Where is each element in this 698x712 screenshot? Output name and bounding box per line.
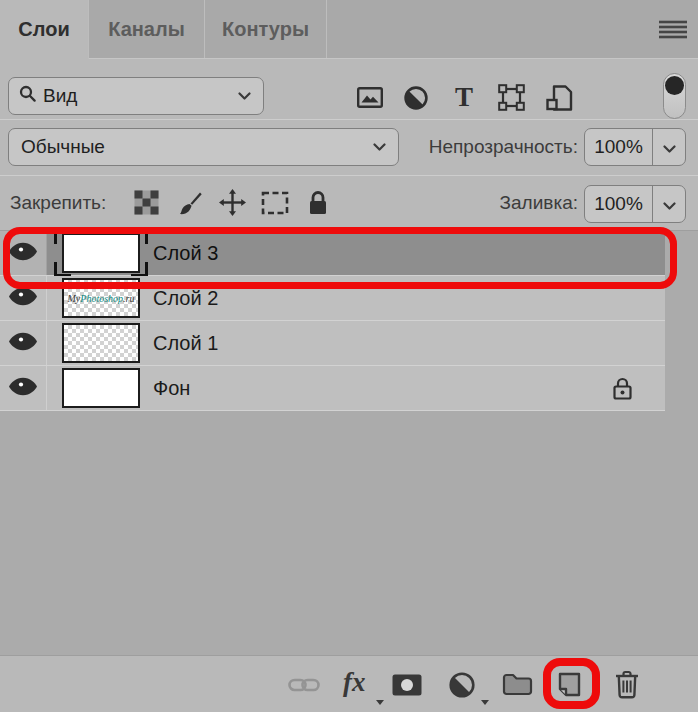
layer-thumbnail-background[interactable] — [62, 368, 140, 408]
new-group-icon — [502, 673, 533, 699]
filter-toggle-switch[interactable] — [663, 73, 686, 119]
link-layers-icon — [288, 677, 320, 696]
filter-kind-value: Вид — [43, 85, 238, 107]
new-group-button[interactable] — [502, 673, 533, 699]
visibility-eye-icon — [8, 242, 38, 265]
caret-down-icon — [481, 700, 489, 705]
lock-all-button[interactable] — [300, 186, 336, 222]
panel-menu-icon — [659, 27, 687, 42]
thumbnail-image — [62, 233, 140, 273]
chevron-down-icon — [238, 92, 251, 100]
filter-type-layers-button[interactable]: T — [446, 81, 482, 117]
add-layer-mask-icon — [392, 674, 422, 699]
tab-layers[interactable]: Слои — [0, 0, 89, 59]
layer-row-background[interactable]: Фон — [0, 366, 665, 411]
new-layer-button[interactable] — [554, 670, 583, 702]
panel-tab-bar: Слои Каналы Контуры — [0, 0, 698, 59]
layer-name[interactable]: Фон — [153, 377, 190, 400]
layer-name[interactable]: Слой 2 — [153, 287, 218, 310]
layer-locked-icon — [612, 376, 633, 405]
filter-smart-objects-icon — [546, 85, 573, 114]
thumbnail-logo-text: MyPhotoshop.ru — [64, 280, 138, 316]
layer-style-button[interactable]: fx — [343, 667, 366, 698]
layers-list: Слой 3 MyPhotoshop.ru Слой 2 Слой 1 — [0, 231, 698, 655]
lock-transparency-button[interactable] — [128, 186, 164, 222]
tab-paths[interactable]: Контуры — [205, 0, 327, 58]
filter-pixel-layers-icon — [357, 87, 383, 111]
delete-layer-icon — [614, 670, 640, 702]
fill-field[interactable]: 100% — [584, 185, 686, 223]
selection-bracket-icon — [131, 229, 148, 244]
fill-value[interactable]: 100% — [585, 193, 652, 215]
lock-transparency-icon — [134, 190, 159, 218]
filter-smart-objects-button[interactable] — [541, 81, 577, 117]
bottom-toolbar: fx — [0, 655, 698, 712]
layer-style-fx-icon: fx — [343, 667, 366, 698]
blend-mode-select[interactable]: Обычные — [8, 128, 399, 166]
filter-shape-layers-icon — [498, 84, 525, 114]
lock-all-icon — [307, 189, 329, 219]
lock-position-button[interactable] — [214, 186, 250, 222]
lock-position-icon — [219, 189, 246, 219]
visibility-eye-icon — [8, 332, 38, 355]
new-adjustment-layer-button[interactable] — [449, 672, 475, 701]
chevron-down-icon — [663, 136, 676, 158]
opacity-dropdown-button[interactable] — [652, 129, 685, 165]
selection-bracket-icon — [54, 229, 71, 244]
tab-paths-label: Контуры — [222, 18, 309, 41]
add-layer-mask-button[interactable] — [392, 674, 422, 699]
new-layer-icon — [554, 670, 583, 702]
layer-row-layer1[interactable]: Слой 1 — [0, 321, 665, 366]
filter-row: Вид T — [0, 59, 698, 120]
tab-layers-label: Слои — [18, 18, 69, 41]
layer-row-layer2[interactable]: MyPhotoshop.ru Слой 2 — [0, 276, 665, 321]
filter-adjustment-layers-icon — [404, 86, 428, 113]
filter-pixel-layers-button[interactable] — [352, 81, 388, 117]
opacity-field[interactable]: 100% — [584, 128, 686, 166]
lock-pixels-button[interactable] — [172, 186, 208, 222]
tab-channels-label: Каналы — [108, 18, 185, 41]
blend-row: Обычные Непрозрачность: 100% — [0, 120, 698, 176]
layer-thumbnail-layer1[interactable] — [62, 323, 140, 363]
selection-bracket-icon — [131, 262, 148, 277]
layers-panel: Слои Каналы Контуры Вид — [0, 0, 698, 712]
search-icon — [19, 85, 36, 107]
lock-pixels-icon — [177, 190, 203, 219]
lock-artboard-button[interactable] — [257, 186, 293, 222]
layer-name[interactable]: Слой 1 — [153, 332, 218, 355]
panel-menu-button[interactable] — [658, 20, 688, 40]
chevron-down-icon — [373, 143, 386, 151]
visibility-toggle-layer3[interactable] — [0, 231, 47, 275]
layer-name[interactable]: Слой 3 — [153, 242, 218, 265]
link-layers-button[interactable] — [288, 677, 320, 696]
layer-row-layer3[interactable]: Слой 3 — [0, 231, 665, 276]
svg-text:T: T — [455, 84, 473, 111]
selection-bracket-icon — [54, 262, 71, 277]
filter-adjustment-layers-button[interactable] — [398, 81, 434, 117]
opacity-label: Непрозрачность: — [429, 136, 578, 158]
opacity-value[interactable]: 100% — [585, 136, 652, 158]
chevron-down-icon — [663, 193, 676, 215]
fill-label: Заливка: — [500, 192, 578, 214]
visibility-toggle-layer2[interactable] — [0, 276, 47, 320]
filter-kind-select[interactable]: Вид — [8, 77, 264, 115]
fill-dropdown-button[interactable] — [652, 186, 685, 222]
filter-shape-layers-button[interactable] — [493, 81, 529, 117]
blend-mode-value: Обычные — [21, 136, 373, 158]
caret-down-icon — [376, 700, 384, 705]
layer-thumbnail-layer3[interactable] — [62, 233, 140, 273]
visibility-eye-icon — [8, 287, 38, 310]
lock-artboard-icon — [261, 191, 289, 218]
visibility-toggle-background[interactable] — [0, 366, 47, 410]
delete-layer-button[interactable] — [614, 670, 640, 702]
new-adjustment-layer-icon — [449, 672, 475, 701]
lock-label: Закрепить: — [10, 192, 106, 214]
filter-toggle-knob — [665, 76, 684, 95]
lock-row: Закрепить: Заливка: — [0, 176, 698, 231]
visibility-toggle-layer1[interactable] — [0, 321, 47, 365]
tab-channels[interactable]: Каналы — [89, 0, 205, 58]
filter-type-layers-icon: T — [452, 84, 476, 114]
visibility-eye-icon — [8, 377, 38, 400]
layer-thumbnail-layer2[interactable]: MyPhotoshop.ru — [62, 278, 140, 318]
